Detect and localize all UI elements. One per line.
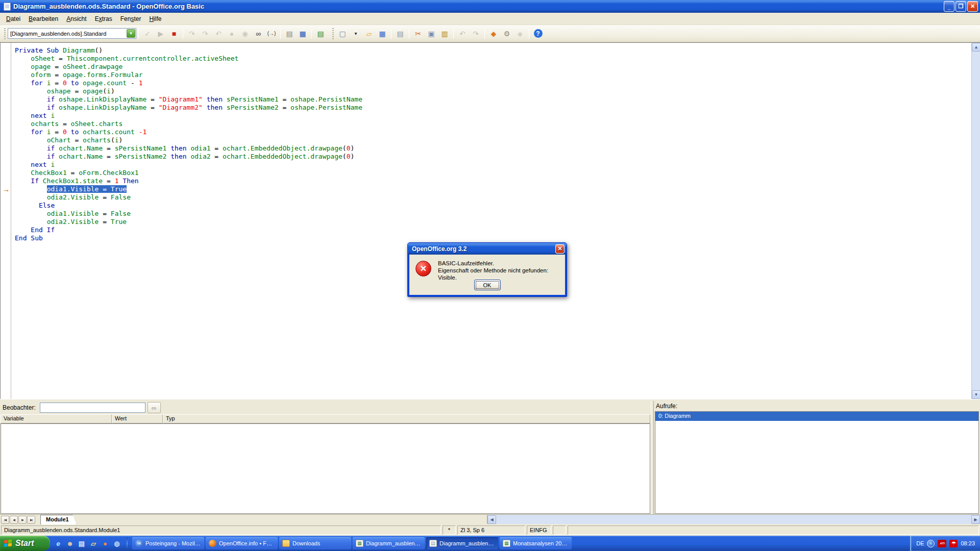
cut-icon[interactable]: ✂ bbox=[412, 28, 424, 40]
watch-glasses-icon: ∞ bbox=[152, 404, 156, 412]
code-line[interactable]: odia2.Visible = False bbox=[15, 193, 362, 202]
task-button[interactable]: Downloads bbox=[279, 537, 351, 549]
code-line[interactable]: for i = 0 to opage.count - 1 bbox=[15, 79, 362, 87]
menu-hilfe[interactable]: Hilfe bbox=[145, 14, 165, 24]
ati-tray-icon[interactable]: ATI bbox=[938, 540, 946, 547]
menu-extras[interactable]: Extras bbox=[91, 14, 116, 24]
column-header-wert[interactable]: Wert bbox=[112, 414, 163, 423]
code-line[interactable]: Private Sub Diagramm() bbox=[15, 46, 362, 55]
task-button[interactable]: ▦Diagramm_ausblende... bbox=[353, 537, 425, 549]
breakpoint-margin[interactable]: → bbox=[1, 43, 11, 399]
task-button[interactable]: ▦Monatsanalysen 201... bbox=[500, 537, 572, 549]
code-editor[interactable]: → Private Sub Diagramm() oSheet = Thisco… bbox=[0, 42, 980, 399]
combo-dropdown-icon[interactable]: ▼ bbox=[127, 29, 135, 38]
close-button[interactable]: ✕ bbox=[967, 1, 978, 12]
prev-tab-icon[interactable]: ◀ bbox=[10, 516, 18, 524]
modules-icon[interactable]: ▤ bbox=[283, 28, 296, 40]
new-dropdown-icon[interactable]: ▾ bbox=[350, 28, 362, 40]
vertical-scrollbar[interactable]: ▲ ▼ bbox=[971, 43, 980, 399]
code-line[interactable]: if ochart.Name = sPersistName1 then odia… bbox=[15, 144, 362, 153]
taskbar-clock[interactable]: 08:23 bbox=[961, 540, 975, 546]
watch-input[interactable] bbox=[40, 403, 145, 413]
code-line[interactable]: ocharts = oSheet.charts bbox=[15, 120, 362, 128]
code-line[interactable]: odia1.Visible = True bbox=[15, 185, 362, 193]
next-tab-icon[interactable]: ▶ bbox=[18, 516, 27, 524]
column-header-variable[interactable]: Variable bbox=[1, 414, 112, 423]
menu-bearbeiten[interactable]: Bearbeiten bbox=[24, 14, 62, 24]
ok-button[interactable]: OK bbox=[474, 280, 501, 290]
code-line[interactable]: End Sub bbox=[15, 234, 362, 242]
task-button[interactable]: ▤Diagramm_ausblende... bbox=[426, 537, 498, 549]
code-line[interactable]: next i bbox=[15, 112, 362, 120]
language-indicator[interactable]: DE bbox=[916, 540, 924, 546]
hyperlink-icon[interactable]: ◆ bbox=[487, 28, 500, 40]
help-icon[interactable]: ? bbox=[532, 28, 544, 40]
print-icon[interactable]: ▤ bbox=[394, 28, 406, 40]
notes-icon[interactable]: ▤ bbox=[77, 538, 87, 548]
calc-document-icon: ▦ bbox=[356, 540, 363, 547]
scroll-right-icon[interactable]: ▶ bbox=[971, 515, 980, 524]
task-button[interactable]: OpenOffice.info • For... bbox=[206, 537, 278, 549]
code-line[interactable]: Else bbox=[15, 202, 362, 210]
watch-list[interactable] bbox=[1, 423, 650, 514]
explorer-folder-icon[interactable]: ▱ bbox=[88, 538, 99, 548]
minimize-button[interactable]: _ bbox=[944, 1, 954, 12]
code-line[interactable]: if oshape.LinkDisplayName = "Diagramm1" … bbox=[15, 95, 362, 104]
add-watch-icon[interactable]: ▤ bbox=[314, 28, 327, 40]
code-line[interactable]: next i bbox=[15, 161, 362, 169]
find-parentheses-icon[interactable]: (→) bbox=[265, 28, 278, 40]
save-icon[interactable]: ▦ bbox=[376, 28, 388, 40]
first-tab-icon[interactable]: |◀ bbox=[1, 516, 9, 524]
code-line[interactable]: oform = opage.forms.Formular bbox=[15, 71, 362, 79]
code-line[interactable]: for i = 0 to ocharts.count -1 bbox=[15, 128, 362, 136]
start-button[interactable]: Start bbox=[0, 536, 50, 551]
start-label: Start bbox=[15, 539, 34, 548]
code-line[interactable]: CheckBox1 = oForm.CheckBox1 bbox=[15, 169, 362, 177]
code-line[interactable]: odia1.Visible = False bbox=[15, 210, 362, 218]
basic-ide-icon: ▤ bbox=[429, 540, 437, 547]
messenger-icon[interactable]: ☻ bbox=[65, 538, 75, 548]
enable-watch-icon[interactable]: ∞ bbox=[252, 28, 264, 40]
code-line[interactable]: If CheckBox1.state = 1 Then bbox=[15, 177, 362, 185]
code-line[interactable]: oshape = opage(i) bbox=[15, 87, 362, 95]
code-line[interactable]: opage = oSheet.drawpage bbox=[15, 63, 362, 71]
scroll-left-icon[interactable]: ◀ bbox=[487, 515, 496, 524]
code-line[interactable]: End If bbox=[15, 226, 362, 234]
ie-icon[interactable]: e bbox=[53, 538, 63, 548]
execution-arrow-icon: → bbox=[2, 185, 10, 193]
toolbar-grip-2 bbox=[332, 28, 334, 39]
dialog-close-icon[interactable]: ✕ bbox=[555, 244, 565, 254]
code-line[interactable]: odia2.Visible = True bbox=[15, 218, 362, 226]
open-icon[interactable]: ▱ bbox=[363, 28, 375, 40]
code-line[interactable]: if oshape.LinkDisplayName = "Diagramm2" … bbox=[15, 104, 362, 112]
task-label: Diagramm_ausblende... bbox=[439, 540, 495, 546]
column-header-typ[interactable]: Typ bbox=[163, 414, 650, 423]
browser-icon[interactable]: ◍ bbox=[112, 538, 122, 548]
last-tab-icon[interactable]: ▶| bbox=[27, 516, 35, 524]
error-dialog-titlebar[interactable]: OpenOffice.org 3.2 ✕ bbox=[408, 243, 567, 255]
menu-datei[interactable]: Datei bbox=[2, 14, 24, 24]
hide-icons-chevron-icon[interactable]: ‹ bbox=[927, 540, 935, 547]
options-gear-icon[interactable]: ⚙ bbox=[501, 28, 513, 40]
stop-icon[interactable]: ■ bbox=[168, 28, 180, 40]
code-line[interactable]: oChart = ocharts(i) bbox=[15, 136, 362, 144]
scroll-down-icon[interactable]: ▼ bbox=[972, 390, 980, 399]
menu-fenster[interactable]: Fenster bbox=[116, 14, 145, 24]
copy-icon[interactable]: ▣ bbox=[425, 28, 437, 40]
avira-tray-icon[interactable]: ☂ bbox=[949, 540, 958, 547]
tab-module1[interactable]: Module1 bbox=[40, 515, 77, 524]
library-select[interactable]: [Diagramm_ausblenden.ods].Standard ▼ bbox=[8, 28, 136, 39]
firefox-icon[interactable]: ● bbox=[100, 538, 110, 548]
menu-ansicht[interactable]: Ansicht bbox=[62, 14, 90, 24]
calls-list[interactable]: 0: Diagramm bbox=[655, 411, 979, 514]
save-source-icon[interactable]: ▦ bbox=[297, 28, 309, 40]
paste-icon[interactable]: ▥ bbox=[438, 28, 451, 40]
horizontal-scrollbar[interactable]: ◀ ▶ bbox=[487, 515, 980, 524]
task-button[interactable]: ✉Posteingang - Mozilla ... bbox=[132, 537, 204, 549]
restore-button[interactable]: ❐ bbox=[955, 1, 966, 12]
new-document-icon[interactable]: ▢ bbox=[336, 28, 349, 40]
scroll-up-icon[interactable]: ▲ bbox=[972, 43, 980, 52]
code-line[interactable]: if ochart.Name = sPersistName2 then odia… bbox=[15, 153, 362, 161]
call-stack-row[interactable]: 0: Diagramm bbox=[655, 412, 978, 421]
code-line[interactable]: oSheet = Thiscomponent.currentcontroller… bbox=[15, 55, 362, 63]
